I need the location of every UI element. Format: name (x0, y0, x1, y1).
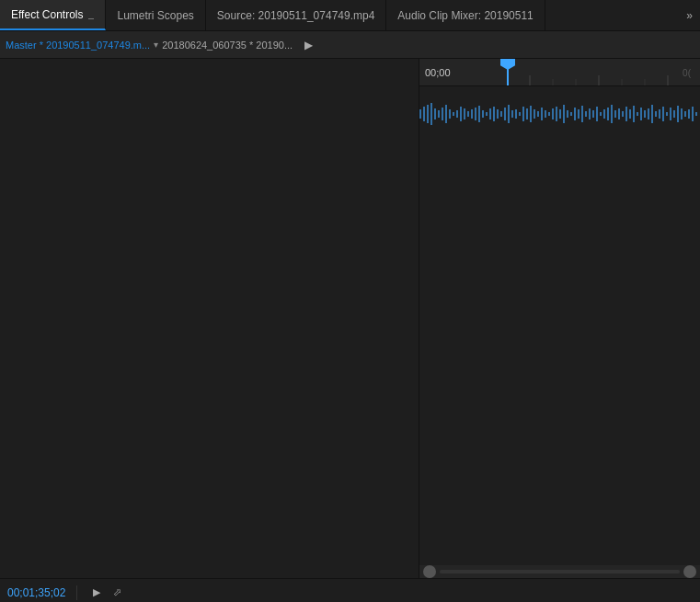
svg-rect-10 (427, 105, 429, 123)
tab-effect-controls[interactable]: Effect Controls ⎯ (0, 0, 106, 30)
svg-rect-56 (596, 107, 598, 121)
svg-rect-52 (581, 106, 583, 122)
svg-rect-75 (666, 112, 668, 116)
bottom-divider (76, 585, 77, 600)
scroll-track[interactable] (440, 570, 680, 574)
svg-rect-80 (684, 111, 686, 117)
waveform-area (419, 86, 700, 142)
svg-rect-22 (471, 109, 473, 119)
svg-rect-59 (607, 108, 609, 120)
svg-rect-78 (677, 106, 679, 122)
tab-audio-clip-mixer[interactable]: Audio Clip Mixer: 20190511 (386, 0, 545, 30)
svg-rect-72 (655, 111, 657, 117)
svg-rect-43 (548, 112, 550, 116)
content-area: 00;00 0( (0, 59, 700, 578)
svg-rect-39 (534, 109, 535, 119)
tab-effect-controls-label: Effect Controls (11, 8, 83, 21)
svg-rect-44 (552, 108, 554, 119)
svg-rect-66 (633, 106, 635, 122)
svg-rect-58 (603, 109, 605, 119)
ruler-end-time: 0( (683, 67, 691, 77)
svg-rect-14 (442, 108, 443, 120)
transport-export-button[interactable]: ⬀ (109, 585, 125, 601)
svg-rect-45 (556, 107, 557, 121)
tab-lumetri-scopes[interactable]: Lumetri Scopes (106, 0, 205, 30)
svg-rect-55 (592, 110, 594, 118)
svg-rect-18 (456, 110, 458, 118)
svg-rect-30 (500, 111, 502, 117)
svg-rect-62 (618, 108, 620, 119)
svg-rect-42 (545, 110, 546, 118)
svg-rect-20 (464, 108, 465, 119)
svg-rect-70 (648, 108, 649, 119)
svg-rect-41 (541, 108, 543, 120)
svg-rect-71 (651, 105, 653, 123)
svg-rect-29 (497, 109, 499, 119)
svg-rect-12 (434, 108, 436, 119)
svg-rect-69 (644, 110, 646, 118)
svg-rect-46 (559, 109, 561, 119)
tab-overflow-icon: » (686, 9, 693, 22)
transport-play-icon: ▶ (93, 586, 100, 598)
scroll-right-button[interactable] (683, 565, 696, 578)
svg-rect-26 (486, 112, 488, 116)
bottom-bar: 00;01;35;02 ▶ ⬀ (0, 578, 700, 602)
svg-rect-17 (453, 112, 454, 116)
svg-rect-16 (449, 109, 451, 119)
svg-rect-48 (567, 110, 568, 118)
svg-rect-47 (563, 105, 565, 123)
tab-source[interactable]: Source: 20190511_074749.mp4 (206, 0, 386, 30)
svg-rect-19 (460, 107, 462, 121)
transport-export-icon: ⬀ (113, 586, 121, 598)
svg-rect-25 (482, 110, 484, 118)
master-label[interactable]: Master * 20190511_074749.m... (6, 40, 150, 51)
tab-overflow-button[interactable]: » (679, 0, 700, 30)
svg-rect-57 (600, 112, 602, 116)
svg-rect-31 (504, 108, 506, 120)
svg-rect-54 (589, 108, 591, 119)
svg-rect-73 (659, 109, 660, 119)
svg-rect-76 (670, 108, 671, 120)
sequence-label[interactable]: 20180624_060735 * 20190... (162, 40, 293, 51)
svg-rect-51 (578, 109, 580, 119)
svg-rect-68 (640, 108, 642, 120)
svg-rect-11 (430, 103, 432, 125)
svg-rect-32 (508, 105, 510, 123)
svg-rect-36 (522, 107, 524, 121)
svg-rect-65 (629, 109, 631, 119)
tab-audio-clip-mixer-label: Audio Clip Mixer: 20190511 (397, 9, 533, 22)
tab-source-label: Source: 20190511_074749.mp4 (217, 9, 374, 22)
left-panel (0, 59, 419, 578)
svg-rect-64 (625, 107, 627, 121)
svg-rect-28 (493, 107, 495, 121)
svg-rect-53 (585, 111, 587, 117)
svg-rect-61 (614, 110, 616, 118)
svg-rect-27 (489, 108, 491, 119)
time-code-display: 00;01;35;02 (0, 586, 73, 599)
svg-rect-9 (423, 107, 425, 121)
svg-rect-60 (611, 105, 613, 123)
waveform-svg (419, 86, 700, 142)
ruler-ticks-svg (419, 59, 700, 85)
transport-controls: ▶ ⬀ (88, 585, 125, 601)
transport-play-button[interactable]: ▶ (88, 585, 105, 601)
svg-rect-63 (622, 111, 624, 117)
sub-header: Master * 20190511_074749.m... ▾ 20180624… (0, 31, 700, 59)
svg-rect-38 (530, 106, 532, 122)
svg-rect-24 (478, 106, 480, 122)
scroll-left-button[interactable] (423, 565, 436, 578)
svg-rect-83 (695, 112, 697, 116)
right-panel: 00;00 0( (419, 59, 700, 578)
svg-rect-8 (419, 109, 421, 119)
sub-header-play-button[interactable]: ▶ (300, 37, 316, 53)
svg-rect-82 (692, 107, 694, 121)
svg-rect-79 (681, 108, 683, 119)
tab-menu-icon[interactable]: ⎯ (88, 9, 94, 19)
play-icon: ▶ (304, 39, 313, 51)
svg-rect-34 (515, 109, 517, 119)
timeline-ruler: 00;00 0( (419, 59, 700, 86)
svg-rect-67 (637, 112, 638, 116)
svg-rect-37 (526, 108, 528, 119)
svg-rect-33 (511, 110, 513, 118)
sub-header-arrow: ▾ (154, 40, 158, 50)
